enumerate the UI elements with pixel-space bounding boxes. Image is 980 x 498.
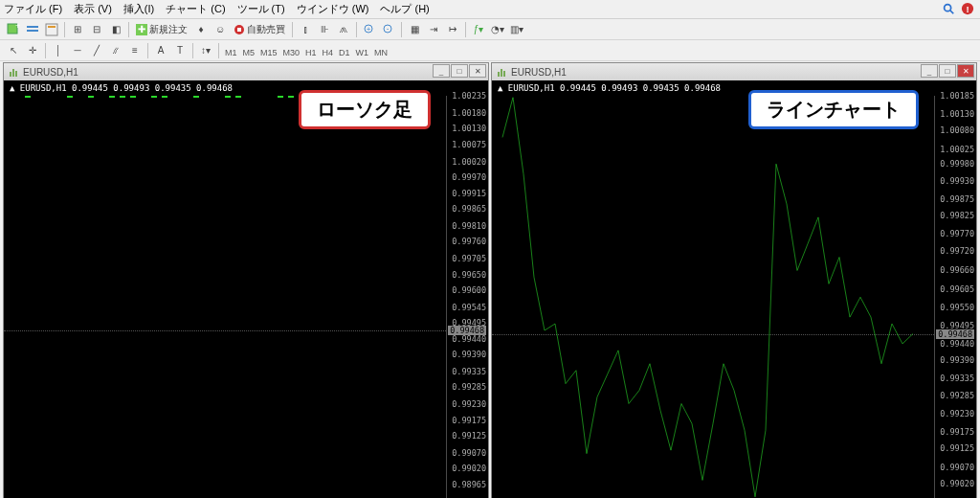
price-tag: 0.99468 xyxy=(448,326,486,335)
ohlc-info-right: ▲ EURUSD,H1 0.99445 0.99493 0.99435 0.99… xyxy=(498,83,721,93)
y-tick: 0.99720 xyxy=(940,246,974,256)
zoom-out-icon[interactable]: - xyxy=(380,21,397,38)
terminal-icon[interactable]: ⊟ xyxy=(88,21,105,38)
timeframe-H4[interactable]: H4 xyxy=(320,48,337,57)
svg-text:!: ! xyxy=(966,4,969,14)
close-button[interactable]: ✕ xyxy=(957,64,974,78)
y-tick: 0.99650 xyxy=(452,270,486,280)
y-tick: 0.99230 xyxy=(940,409,974,419)
y-tick: 0.99390 xyxy=(940,355,974,365)
trendline-icon[interactable]: ╱ xyxy=(88,42,105,59)
y-tick: 1.00130 xyxy=(940,109,974,119)
y-tick: 1.00180 xyxy=(452,108,486,118)
toolbar-draw: ↖ ✛ │ ─ ╱ ⫽ ≡ A T ↕▾ M1M5M15M30H1H4D1W1M… xyxy=(0,40,980,61)
y-tick: 0.99915 xyxy=(452,189,486,198)
candle-chart-icon[interactable]: ⊪ xyxy=(316,21,333,38)
timeframe-M5[interactable]: M5 xyxy=(240,48,258,57)
search-icon[interactable] xyxy=(942,2,955,15)
svg-text:-: - xyxy=(387,24,390,33)
shift-icon[interactable]: ↦ xyxy=(444,21,461,38)
text-icon[interactable]: A xyxy=(152,42,169,59)
menu-file[interactable]: ファイル (F) xyxy=(4,2,62,16)
chart-title-text: EURUSD,H1 xyxy=(511,67,567,78)
y-tick: 0.99600 xyxy=(452,285,486,295)
profiles-icon[interactable] xyxy=(24,21,41,38)
market-watch-icon[interactable] xyxy=(43,21,60,38)
line-chart-icon[interactable]: ⩕ xyxy=(335,21,352,38)
timeframe-M15[interactable]: M15 xyxy=(257,48,280,57)
alert-icon[interactable]: ! xyxy=(961,2,974,15)
new-chart-icon[interactable]: + xyxy=(5,21,22,38)
menu-tool[interactable]: ツール (T) xyxy=(237,2,285,16)
y-tick: 0.99125 xyxy=(452,431,486,441)
svg-line-1 xyxy=(950,11,954,14)
svg-rect-21 xyxy=(498,72,500,77)
zoom-in-icon[interactable]: + xyxy=(361,21,378,38)
chart-icon xyxy=(8,66,19,78)
timeframe-H1[interactable]: H1 xyxy=(302,48,320,57)
menu-help[interactable]: ヘルプ (H) xyxy=(380,2,429,16)
arrows-icon[interactable]: ↕▾ xyxy=(197,42,214,59)
maximize-button[interactable]: □ xyxy=(939,64,956,78)
maximize-button[interactable]: □ xyxy=(451,64,468,78)
minimize-button[interactable]: _ xyxy=(921,64,938,78)
y-tick: 0.99760 xyxy=(452,237,486,246)
y-tick: 1.00020 xyxy=(452,157,486,167)
nav-icon[interactable]: ⊞ xyxy=(69,21,86,38)
y-tick: 0.99175 xyxy=(452,416,486,425)
channel-icon[interactable]: ⫽ xyxy=(107,42,124,59)
new-order-button[interactable]: ✚新規注文 xyxy=(136,23,188,36)
timeframe-W1[interactable]: W1 xyxy=(353,48,372,57)
timeframe-D1[interactable]: D1 xyxy=(336,48,353,57)
y-tick: 0.99020 xyxy=(452,464,486,473)
y-tick: 0.99545 xyxy=(452,303,486,312)
chart-type-label-line: ラインチャート xyxy=(748,90,919,129)
menu-bar: ファイル (F) 表示 (V) 挿入(I) チャート (C) ツール (T) ウ… xyxy=(0,0,980,19)
vline-icon[interactable]: │ xyxy=(50,42,67,59)
chart-titlebar-right[interactable]: EURUSD,H1 _ □ ✕ xyxy=(492,63,976,80)
y-tick: 0.99810 xyxy=(452,221,486,231)
chart-window-left: EURUSD,H1 _ □ ✕ ▲ EURUSD,H1 0.99445 0.99… xyxy=(3,62,489,498)
templates-icon[interactable]: ▥▾ xyxy=(508,21,525,38)
minimize-button[interactable]: _ xyxy=(433,64,450,78)
autoscroll-icon[interactable]: ⇥ xyxy=(425,21,442,38)
text-label-icon[interactable]: T xyxy=(171,42,189,59)
fibo-icon[interactable]: ≡ xyxy=(126,42,144,59)
svg-rect-18 xyxy=(10,72,11,77)
menu-view[interactable]: 表示 (V) xyxy=(74,2,112,16)
timeframe-MN[interactable]: MN xyxy=(371,48,390,57)
timeframe-M30[interactable]: M30 xyxy=(280,48,303,57)
toolbar-main: + ⊞ ⊟ ◧ ✚新規注文 ♦ ☺ 自動売買 ⫿ ⊪ ⩕ + - ▦ ⇥ ↦ ƒ… xyxy=(0,19,980,40)
metaquotes-icon[interactable]: ♦ xyxy=(192,21,210,38)
svg-rect-20 xyxy=(15,71,17,77)
y-axis-right: 1.001851.001301.000801.000250.999800.999… xyxy=(934,96,976,498)
menu-chart[interactable]: チャート (C) xyxy=(166,2,225,16)
hline-icon[interactable]: ─ xyxy=(69,42,86,59)
timeframe-M1[interactable]: M1 xyxy=(222,48,240,57)
y-tick: 0.99440 xyxy=(452,334,486,344)
bar-chart-icon[interactable]: ⫿ xyxy=(297,21,314,38)
chart-window-right: EURUSD,H1 _ □ ✕ ▲ EURUSD,H1 0.99445 0.99… xyxy=(491,62,977,498)
chart-titlebar-left[interactable]: EURUSD,H1 _ □ ✕ xyxy=(4,63,488,80)
chart-area-right[interactable]: ▲ EURUSD,H1 0.99445 0.99493 0.99435 0.99… xyxy=(492,80,976,498)
y-tick: 0.99970 xyxy=(452,172,486,182)
svg-rect-23 xyxy=(503,71,505,77)
cursor-icon[interactable]: ↖ xyxy=(5,42,22,59)
chart-area-left[interactable]: ▲ EURUSD,H1 0.99445 0.99493 0.99435 0.99… xyxy=(4,80,488,498)
y-tick: 0.99070 xyxy=(940,463,974,472)
tile-icon[interactable]: ▦ xyxy=(406,21,423,38)
indicators-icon[interactable]: ƒ▾ xyxy=(470,21,487,38)
menu-insert[interactable]: 挿入(I) xyxy=(123,2,154,16)
periods-icon[interactable]: ◔▾ xyxy=(489,21,506,38)
auto-trade-button[interactable]: 自動売買 xyxy=(234,23,285,36)
crosshair-icon[interactable]: ✛ xyxy=(24,42,41,59)
expert-icon[interactable]: ☺ xyxy=(212,21,229,38)
strategy-icon[interactable]: ◧ xyxy=(107,21,124,38)
y-tick: 0.99705 xyxy=(452,254,486,263)
y-tick: 1.00080 xyxy=(940,125,974,135)
menu-window[interactable]: ウインドウ (W) xyxy=(297,2,369,16)
y-tick: 0.99605 xyxy=(940,284,974,294)
close-button[interactable]: ✕ xyxy=(469,64,486,78)
y-axis-left: 1.002351.001801.001301.000751.000200.999… xyxy=(446,96,488,498)
price-tag: 0.99468 xyxy=(936,329,974,339)
